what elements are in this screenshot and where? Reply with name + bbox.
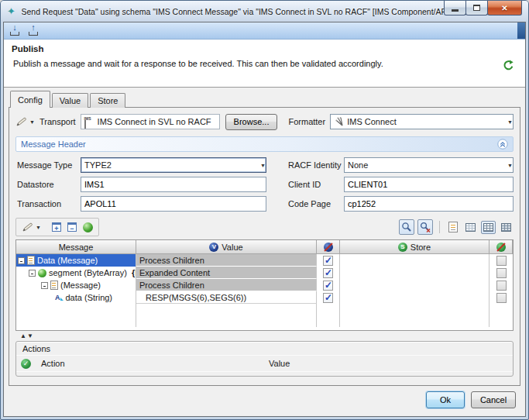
publish-header-panel: Publish Publish a message and wait for a…: [4, 40, 525, 88]
transport-value: IMS Connect in SVL no RACF: [98, 117, 211, 126]
store-enable-cell: [489, 291, 513, 304]
collapse-node-icon[interactable]: [18, 257, 25, 264]
transport-row: ▼ Transport IMS IMS Connect in SVL no RA…: [15, 112, 514, 131]
racf-identity-value: None: [348, 160, 368, 170]
validate-checkbox[interactable]: [323, 268, 333, 278]
message-type-select[interactable]: TYPE2 ▼: [81, 157, 266, 173]
transport-selector-button[interactable]: ▼: [15, 117, 35, 127]
green-globe-icon[interactable]: [83, 222, 93, 232]
formatter-select[interactable]: IMS Connect ▼: [330, 114, 514, 129]
store-cell[interactable]: [340, 279, 489, 291]
tab-store[interactable]: Store: [90, 93, 125, 108]
toolbar-end-cap: [517, 22, 525, 39]
collapse-node-icon[interactable]: [41, 282, 48, 289]
message-header-form: Message Type TYPE2 ▼ RACF Identity None …: [15, 157, 514, 212]
code-page-field[interactable]: [344, 196, 514, 212]
import-icon[interactable]: ↓: [9, 25, 21, 36]
tree-node-data-string[interactable]: A data (String): [16, 291, 136, 304]
edit-field-button[interactable]: ▼: [22, 222, 41, 232]
tree-node-segment[interactable]: segment (ByteArray){Bytes}: [16, 267, 136, 279]
cancel-button[interactable]: Cancel: [471, 391, 516, 408]
tab-config-label: Config: [18, 95, 43, 105]
refresh-icon[interactable]: [503, 60, 514, 71]
tree-node-message[interactable]: (Message): [16, 279, 136, 291]
transaction-field[interactable]: [81, 196, 266, 212]
grid-view-light-button[interactable]: [463, 221, 478, 234]
table-row: segment (ByteArray){Bytes} Expanded Cont…: [16, 267, 513, 279]
config-tab-panel: ▼ Transport IMS IMS Connect in SVL no RA…: [9, 107, 520, 386]
grid-view-button[interactable]: [481, 221, 496, 234]
store-checkbox[interactable]: [496, 281, 507, 291]
store-cell[interactable]: [340, 267, 489, 279]
browse-button[interactable]: Browse...: [225, 114, 278, 130]
pencil-icon: [15, 117, 27, 127]
table-row: A data (String) RESP(MSGS(6),SEGS(6)): [16, 291, 513, 304]
actions-value-column: Value: [269, 359, 513, 368]
table-empty-area: [16, 304, 513, 327]
store-checkbox[interactable]: [496, 256, 507, 266]
store-cell[interactable]: [340, 291, 489, 304]
datastore-field[interactable]: [81, 177, 266, 192]
maximize-icon: [473, 5, 480, 11]
store-icon: S: [398, 243, 407, 252]
store-enable-cell: [489, 279, 513, 291]
store-checkbox[interactable]: [496, 293, 507, 303]
collapse-all-icon[interactable]: −: [67, 222, 77, 232]
toolbar-divider: [439, 221, 440, 233]
page-title: Publish: [12, 44, 517, 53]
window-frame: ↓ ↑ Publish Publish a message and wait f…: [1, 22, 528, 419]
splitter-down-icon[interactable]: ▼: [27, 333, 33, 339]
validate-cell: [317, 279, 340, 291]
validate-checkbox[interactable]: [323, 293, 333, 303]
code-page-label: Code Page: [287, 199, 344, 208]
tree-node-label: data (String): [66, 293, 113, 302]
value-cell[interactable]: RESP(MSGS(6),SEGS(6)): [136, 291, 317, 304]
collapse-node-icon[interactable]: [29, 270, 36, 277]
minimize-icon: [452, 9, 459, 12]
enabled-check-icon: ✓: [21, 359, 31, 369]
message-header-section: Message Header: [15, 136, 514, 152]
actions-action-column: Action: [41, 359, 269, 368]
transport-field[interactable]: IMS IMS Connect in SVL no RACF: [81, 114, 220, 129]
validate-checkbox[interactable]: [323, 256, 333, 266]
value-cell[interactable]: Process Children: [136, 279, 317, 291]
table-row: (Message) Process Children: [16, 279, 513, 291]
export-icon[interactable]: ↑: [27, 25, 40, 36]
minimize-button[interactable]: [444, 1, 466, 15]
collapse-section-icon[interactable]: [497, 139, 508, 150]
tab-value[interactable]: Value: [52, 93, 88, 108]
zoom-view-button[interactable]: [399, 219, 414, 235]
value-cell[interactable]: Expanded Content: [136, 267, 317, 279]
client-id-field[interactable]: [344, 177, 514, 192]
zoom-reset-button[interactable]: [417, 219, 433, 235]
racf-identity-select[interactable]: None ▼: [344, 157, 514, 173]
store-checkbox[interactable]: [496, 268, 507, 278]
tree-node-data-message[interactable]: Data (Message): [16, 254, 136, 267]
panel-splitter[interactable]: ▲ ▼: [15, 331, 514, 341]
tree-node-label: segment (ByteArray): [49, 268, 127, 277]
grid-view-dense-button[interactable]: [499, 221, 514, 234]
tab-store-label: Store: [98, 96, 118, 105]
message-column-header: Message: [16, 240, 136, 253]
store-enable-column-header: [489, 240, 513, 253]
transport-label: Transport: [40, 117, 76, 126]
document-view-button[interactable]: [446, 219, 460, 235]
grid-icon: [483, 223, 493, 232]
validate-column-header: [317, 240, 340, 253]
message-node-icon: [27, 256, 35, 265]
expand-all-icon[interactable]: +: [52, 222, 61, 232]
store-cell[interactable]: [340, 254, 489, 267]
message-type-value: TYPE2: [84, 160, 112, 170]
ims-transport-icon: IMS: [84, 117, 94, 127]
validate-cell: [317, 267, 340, 279]
title-bar[interactable]: ✦ Send Request "Data" using schema "IMS …: [1, 1, 528, 22]
close-button[interactable]: ✕: [487, 1, 522, 15]
splitter-up-icon[interactable]: ▲: [20, 333, 26, 339]
maximize-button[interactable]: [465, 1, 488, 15]
validate-checkbox[interactable]: [323, 281, 333, 291]
chevron-down-icon: ▼: [260, 163, 266, 168]
ok-button[interactable]: Ok: [426, 391, 465, 408]
magnifier-icon: [401, 222, 412, 232]
value-cell[interactable]: Process Children: [136, 254, 317, 267]
tab-config[interactable]: Config: [10, 91, 50, 108]
